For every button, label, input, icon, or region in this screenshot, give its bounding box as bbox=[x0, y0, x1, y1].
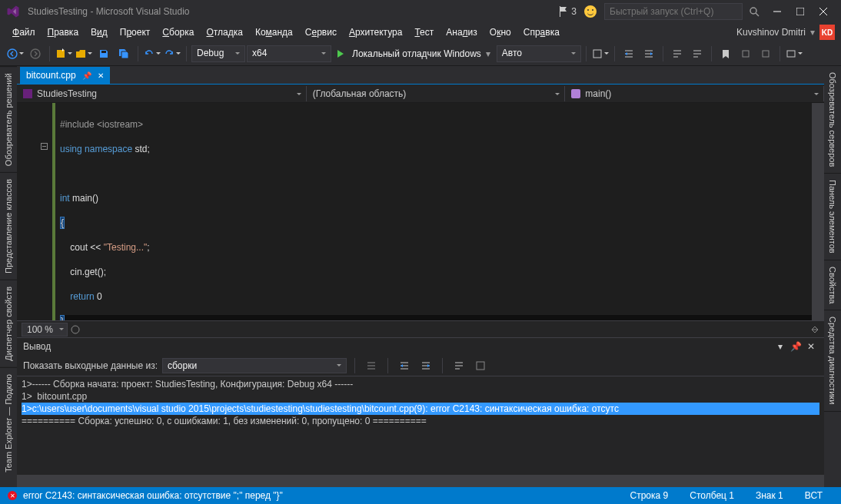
svg-point-14 bbox=[71, 326, 79, 333]
uncomment-button[interactable] bbox=[688, 45, 706, 63]
pin-icon[interactable]: 📌 bbox=[82, 71, 91, 80]
output-source-combo[interactable]: сборки bbox=[162, 358, 347, 373]
quick-launch-input[interactable] bbox=[604, 3, 743, 20]
project-combo[interactable]: StudiesTesting bbox=[17, 86, 307, 101]
scope-combo[interactable]: (Глобальная область) bbox=[307, 86, 566, 101]
search-icon[interactable] bbox=[749, 6, 760, 17]
fold-icon[interactable] bbox=[41, 143, 48, 150]
svg-rect-11 bbox=[743, 51, 749, 57]
center-area: bitcount.cpp 📌 ✕ StudiesTesting (Глобаль… bbox=[17, 66, 824, 487]
menu-window[interactable]: Окно bbox=[484, 25, 517, 40]
main-body: Обозреватель решений Представление класс… bbox=[0, 66, 841, 487]
svg-point-0 bbox=[750, 8, 756, 14]
sidebar-toolbox[interactable]: Панель элементов bbox=[824, 174, 841, 260]
indent-right-button[interactable] bbox=[640, 45, 658, 63]
menu-team[interactable]: Команда bbox=[249, 25, 299, 40]
menu-build[interactable]: Сборка bbox=[156, 25, 200, 40]
sidebar-property-manager[interactable]: Диспетчер свойств bbox=[0, 280, 17, 367]
function-combo[interactable]: main() bbox=[565, 86, 824, 101]
nav-forward-button[interactable] bbox=[26, 45, 45, 63]
redo-button[interactable] bbox=[163, 45, 181, 63]
close-tab-icon[interactable]: ✕ bbox=[98, 71, 104, 80]
sidebar-solution-explorer[interactable]: Обозреватель решений bbox=[0, 66, 17, 172]
user-dropdown-icon[interactable]: ▾ bbox=[810, 27, 815, 38]
flag-icon bbox=[559, 6, 568, 17]
output-text[interactable]: 1>------ Сборка начата: проект: StudiesT… bbox=[17, 376, 824, 475]
auto-combo[interactable]: Авто bbox=[497, 45, 581, 62]
menu-debug[interactable]: Отладка bbox=[200, 25, 248, 40]
indent-left-button[interactable] bbox=[620, 45, 638, 63]
undo-button[interactable] bbox=[143, 45, 161, 63]
svg-point-7 bbox=[31, 49, 40, 58]
output-wrap-button[interactable] bbox=[450, 357, 467, 374]
sidebar-team-explorer[interactable]: Team Explorer — Подклю bbox=[0, 367, 17, 479]
info-icon bbox=[71, 325, 80, 334]
tab-bitcount[interactable]: bitcount.cpp 📌 ✕ bbox=[20, 67, 110, 84]
config-combo[interactable]: Debug bbox=[191, 45, 245, 62]
code-content[interactable]: #include <iostream> using namespace std;… bbox=[55, 103, 824, 320]
sidebar-diagnostics[interactable]: Средства диагностики bbox=[824, 310, 841, 411]
feedback-smiley-icon[interactable] bbox=[584, 5, 597, 18]
save-button[interactable] bbox=[95, 45, 113, 63]
function-icon bbox=[571, 89, 580, 98]
status-error-text: error C2143: синтаксическая ошибка: отсу… bbox=[23, 490, 283, 501]
menu-tools[interactable]: Сервис bbox=[299, 25, 343, 40]
menu-view[interactable]: Вид bbox=[85, 25, 114, 40]
chevron-down-icon: ▾ bbox=[486, 48, 490, 59]
toolbar-overflow-button[interactable] bbox=[785, 45, 803, 63]
minimize-button[interactable] bbox=[766, 4, 789, 19]
tool-misc2-button[interactable] bbox=[756, 45, 775, 63]
open-file-button[interactable] bbox=[75, 45, 93, 63]
close-button[interactable] bbox=[812, 4, 835, 19]
maximize-button[interactable] bbox=[789, 4, 812, 19]
user-name[interactable]: Kuvshinov Dmitri bbox=[736, 27, 806, 38]
svg-rect-8 bbox=[57, 50, 65, 58]
project-icon bbox=[23, 89, 32, 98]
status-bar: ✕ error C2143: синтаксическая ошибка: от… bbox=[0, 487, 841, 504]
sidebar-class-view[interactable]: Представление классов bbox=[0, 172, 17, 280]
sidebar-server-explorer[interactable]: Обозреватель серверов bbox=[824, 66, 841, 174]
user-avatar[interactable]: KD bbox=[819, 25, 835, 40]
split-h-icon[interactable] bbox=[810, 325, 819, 334]
zoom-bar: 100 % bbox=[17, 320, 824, 337]
title-bar: StudiesTesting - Microsoft Visual Studio… bbox=[0, 0, 841, 23]
output-indent-left-button[interactable] bbox=[396, 357, 413, 374]
start-debug-button[interactable]: Локальный отладчик Windows ▾ bbox=[333, 45, 495, 62]
toolbar-group1-button[interactable] bbox=[591, 45, 610, 63]
menu-test[interactable]: Тест bbox=[408, 25, 440, 40]
panel-pin-icon[interactable]: 📌 bbox=[789, 340, 803, 353]
status-char: Знак 1 bbox=[745, 490, 794, 501]
window-title: StudiesTesting - Microsoft Visual Studio bbox=[28, 6, 190, 17]
menu-bar: Файл Правка Вид Проект Сборка Отладка Ко… bbox=[0, 23, 841, 41]
status-line: Строка 9 bbox=[620, 490, 680, 501]
sidebar-properties[interactable]: Свойства bbox=[824, 260, 841, 310]
menu-edit[interactable]: Правка bbox=[42, 25, 85, 40]
svg-line-1 bbox=[756, 13, 759, 16]
vertical-scrollbar[interactable] bbox=[812, 103, 824, 320]
play-icon bbox=[337, 50, 347, 58]
panel-dropdown-icon[interactable]: ▾ bbox=[773, 340, 787, 353]
menu-help[interactable]: Справка bbox=[517, 25, 566, 40]
zoom-combo[interactable]: 100 % bbox=[22, 323, 68, 337]
menu-analyze[interactable]: Анализ bbox=[440, 25, 484, 40]
tool-misc-button[interactable] bbox=[736, 45, 755, 63]
bookmark-button[interactable] bbox=[716, 45, 735, 63]
output-panel: Вывод ▾ 📌 ✕ Показать выходные данные из:… bbox=[17, 337, 824, 487]
platform-combo[interactable]: x64 bbox=[247, 45, 331, 62]
menu-project[interactable]: Проект bbox=[114, 25, 157, 40]
code-editor[interactable]: #include <iostream> using namespace std;… bbox=[17, 103, 824, 320]
notifications-flag[interactable]: 3 bbox=[559, 6, 577, 17]
output-h-scrollbar[interactable] bbox=[17, 475, 824, 487]
output-misc-button[interactable] bbox=[472, 357, 489, 374]
comment-button[interactable] bbox=[668, 45, 686, 63]
save-all-button[interactable] bbox=[115, 45, 133, 63]
status-insert-mode: ВСТ bbox=[794, 490, 833, 501]
menu-file[interactable]: Файл bbox=[6, 25, 42, 40]
menu-architecture[interactable]: Архитектура bbox=[343, 25, 409, 40]
toolbar-separator bbox=[49, 46, 50, 61]
new-project-button[interactable] bbox=[55, 45, 73, 63]
panel-close-icon[interactable]: ✕ bbox=[804, 340, 818, 353]
output-indent-right-button[interactable] bbox=[417, 357, 434, 374]
output-clear-button[interactable] bbox=[363, 357, 380, 374]
nav-back-button[interactable] bbox=[6, 45, 25, 63]
